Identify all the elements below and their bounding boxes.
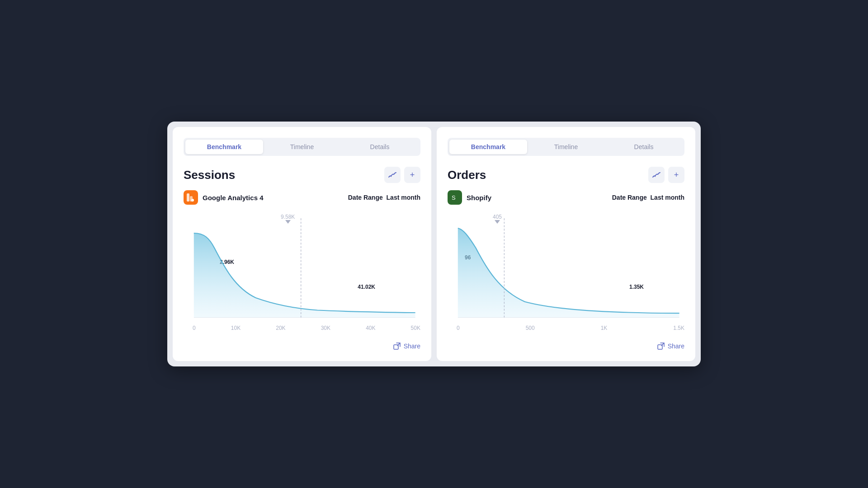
sessions-share-row[interactable]: Share bbox=[184, 342, 420, 350]
sessions-card: Benchmark Timeline Details Sessions + bbox=[173, 127, 431, 361]
orders-source-name: Shopify bbox=[467, 194, 491, 202]
x-label-30k: 30K bbox=[321, 325, 330, 331]
x-label-40k: 40K bbox=[366, 325, 375, 331]
svg-rect-0 bbox=[187, 193, 189, 202]
sessions-title: Sessions bbox=[184, 168, 235, 182]
x-label-1k-orders: 1K bbox=[601, 325, 608, 331]
tab-timeline-right[interactable]: Timeline bbox=[527, 140, 605, 154]
tab-timeline-left[interactable]: Timeline bbox=[263, 140, 341, 154]
tab-benchmark-left[interactable]: Benchmark bbox=[185, 140, 263, 154]
svg-text:S: S bbox=[452, 194, 456, 201]
orders-plus-icon-btn[interactable]: + bbox=[668, 167, 684, 183]
orders-share-icon bbox=[657, 342, 665, 350]
x-label-500-orders: 500 bbox=[526, 325, 535, 331]
ga-logo bbox=[187, 193, 195, 202]
sessions-share-label: Share bbox=[404, 343, 420, 350]
right-tabs: Benchmark Timeline Details bbox=[448, 138, 684, 156]
tab-benchmark-right[interactable]: Benchmark bbox=[449, 140, 527, 154]
sessions-share-icon bbox=[393, 342, 401, 350]
orders-title: Orders bbox=[448, 168, 486, 182]
orders-card: Benchmark Timeline Details Orders + bbox=[437, 127, 695, 361]
sessions-x-axis: 0 10K 20K 30K 40K 50K bbox=[193, 325, 420, 331]
sessions-chart-area: 9.58K 2.96K 41.02K bbox=[184, 214, 420, 331]
ga-icon bbox=[184, 190, 198, 205]
sessions-date-range: Date Range Last month bbox=[348, 194, 420, 201]
sessions-chart-icon-btn[interactable] bbox=[384, 167, 401, 183]
tab-details-right[interactable]: Details bbox=[605, 140, 683, 154]
sessions-plus-icon: + bbox=[410, 170, 415, 180]
main-container: Benchmark Timeline Details Sessions + bbox=[167, 122, 701, 366]
x-label-0: 0 bbox=[193, 325, 196, 331]
sessions-plus-icon-btn[interactable]: + bbox=[404, 167, 420, 183]
orders-share-label: Share bbox=[668, 343, 684, 350]
left-tabs: Benchmark Timeline Details bbox=[184, 138, 420, 156]
x-label-20k: 20K bbox=[276, 325, 285, 331]
sessions-chart-svg bbox=[184, 218, 420, 318]
sessions-header: Sessions + bbox=[184, 167, 420, 183]
orders-chart-svg bbox=[448, 218, 684, 318]
orders-share-row[interactable]: Share bbox=[448, 342, 684, 350]
shopify-icon: S bbox=[448, 190, 462, 205]
x-label-0-orders: 0 bbox=[457, 325, 460, 331]
x-label-10k: 10K bbox=[231, 325, 241, 331]
orders-header: Orders + bbox=[448, 167, 684, 183]
orders-header-icons: + bbox=[648, 167, 684, 183]
orders-chart-icon bbox=[652, 172, 660, 178]
orders-source-info: S Shopify bbox=[448, 190, 491, 205]
orders-chart-area: 405 96 1.35K bbox=[448, 214, 684, 331]
orders-x-axis: 0 500 1K 1.5K bbox=[457, 325, 684, 331]
sessions-chart-icon bbox=[388, 172, 396, 178]
sessions-header-icons: + bbox=[384, 167, 420, 183]
shopify-logo: S bbox=[451, 193, 459, 202]
orders-chart-icon-btn[interactable] bbox=[648, 167, 665, 183]
orders-source-row: S Shopify Date Range Last month bbox=[448, 190, 684, 205]
tab-details-left[interactable]: Details bbox=[341, 140, 419, 154]
orders-date-range: Date Range Last month bbox=[612, 194, 684, 201]
sessions-source-row: Google Analytics 4 Date Range Last month bbox=[184, 190, 420, 205]
x-label-1-5k-orders: 1.5K bbox=[673, 325, 684, 331]
sessions-area-fill bbox=[194, 233, 415, 318]
sessions-source-name: Google Analytics 4 bbox=[203, 194, 263, 202]
sessions-source-info: Google Analytics 4 bbox=[184, 190, 263, 205]
orders-plus-icon: + bbox=[674, 170, 679, 180]
svg-point-2 bbox=[191, 199, 194, 202]
x-label-50k: 50K bbox=[411, 325, 420, 331]
